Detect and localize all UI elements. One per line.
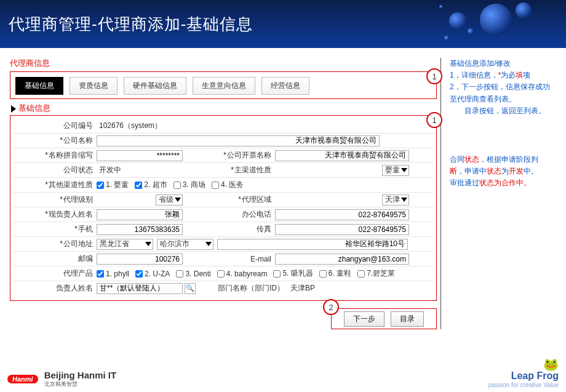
header: 代理商管理-代理商添加-基础信息 — [0, 0, 566, 48]
chevron-down-icon — [175, 198, 181, 202]
decor-dot — [444, 36, 449, 41]
chevron-down-icon — [401, 198, 407, 202]
checkbox-option[interactable]: 5. 吸乳器 — [273, 268, 313, 279]
tab-bar: 基础信息 资质信息 硬件基础信息 生意意向信息 经营信息 — [10, 72, 436, 98]
agent-area-select[interactable]: 天津 — [382, 194, 409, 206]
note-line: 目录按钮，返回至列表。 — [450, 105, 551, 117]
company-name: Beijing Hanmi IT北京韩美智慧 — [44, 370, 117, 388]
chevron-down-icon — [145, 242, 151, 246]
lbl-mainch: 主渠道性质 — [183, 165, 275, 175]
side-notes: 基础信息添加/修改 1，详细信息，*为必填项 2，下一步按钮，信息保存成功至代理… — [440, 58, 551, 329]
lbl-state: 公司状态 — [13, 165, 97, 175]
note-line: 审批通过状态为合作中。 — [450, 177, 551, 189]
office-phone-field[interactable] — [275, 209, 409, 220]
checkbox[interactable] — [273, 270, 281, 278]
tab-business[interactable]: 经营信息 — [261, 77, 309, 95]
checkbox[interactable] — [176, 270, 183, 278]
note-title: 基础信息添加/修改 — [450, 58, 551, 70]
search-icon[interactable]: 🔍 — [185, 283, 196, 294]
tab-box: 1 基础信息 资质信息 硬件基础信息 生意意向信息 经营信息 — [10, 71, 437, 99]
button-box: 2 下一步 目录 — [331, 308, 437, 329]
decor-dot — [439, 5, 443, 9]
note-line: 合同状态，根据申请阶段判断，申请中状态为开发中。 — [450, 154, 551, 177]
decor-dot — [516, 2, 532, 18]
checkbox-option[interactable]: 4. 医务 — [212, 180, 244, 190]
checkbox-option[interactable]: 3. 商场 — [173, 180, 205, 190]
tab-intention[interactable]: 生意意向信息 — [193, 77, 255, 95]
lbl-invoice: 公司开票名称 — [183, 150, 275, 161]
company-name-field[interactable] — [97, 135, 380, 146]
fax-field[interactable] — [275, 224, 409, 235]
person-field[interactable] — [97, 209, 183, 220]
addr-detail-field[interactable] — [217, 239, 408, 250]
lbl-pinyin: 名称拼音缩写 — [13, 150, 97, 161]
lbl-post: 邮编 — [13, 254, 97, 264]
invoice-field[interactable] — [275, 150, 409, 161]
arrow-icon — [11, 105, 16, 113]
note-line: 2，下一步按钮，信息保存成功至代理商查看列表。 — [450, 81, 551, 105]
addr-city-select[interactable]: 哈尔滨市 — [157, 239, 213, 250]
checkbox[interactable] — [135, 182, 142, 189]
chevron-down-icon — [205, 242, 212, 246]
form-title: 基础信息 — [11, 103, 437, 114]
next-button[interactable]: 下一步 — [344, 311, 385, 327]
checkbox[interactable] — [217, 270, 225, 278]
checkbox-option[interactable]: 1. 婴童 — [97, 180, 129, 190]
lbl-area: 代理区域 — [183, 194, 275, 205]
checkbox-label: 3. Denti — [185, 270, 210, 278]
checkbox-label: 2. U-ZA — [145, 270, 170, 278]
checkbox[interactable] — [357, 270, 365, 278]
checkbox-option[interactable]: 7.碧芝莱 — [357, 268, 395, 279]
lbl-level: 代理级别 — [13, 194, 97, 205]
hanmi-logo: Hanmi — [7, 375, 38, 383]
lbl-addr: 公司地址 — [13, 239, 97, 249]
note-line: 1，详细信息，*为必填项 — [450, 70, 551, 81]
checkbox[interactable] — [173, 182, 181, 189]
checkbox-label: 1. 婴童 — [106, 180, 129, 190]
tab-qualification[interactable]: 资质信息 — [70, 77, 118, 95]
checkbox-option[interactable]: 3. Denti — [176, 268, 210, 279]
checkbox-option[interactable]: 6. 童鞋 — [319, 268, 351, 279]
tab-basic[interactable]: 基础信息 — [15, 77, 63, 95]
checkbox-option[interactable]: 2. U-ZA — [135, 268, 170, 279]
product-group: 1. phyll2. U-ZA3. Denti4. babyream5. 吸乳器… — [97, 268, 401, 279]
agent-level-select[interactable]: 省级 — [156, 194, 183, 206]
checkbox-option[interactable]: 4. babyream — [217, 268, 268, 279]
resp-field[interactable] — [97, 283, 183, 294]
lbl-otherch: 其他渠道性质 — [13, 180, 97, 190]
lbl-fax: 传真 — [183, 224, 275, 234]
lbl-dept: 部门名称（部门ID） — [196, 283, 288, 294]
lbl-mobile: 手机 — [13, 224, 97, 234]
mobile-field[interactable] — [97, 224, 183, 235]
checkbox-label: 4. 医务 — [221, 180, 244, 190]
val-company-no: 102676（system） — [97, 121, 164, 131]
checkbox-label: 6. 童鞋 — [329, 268, 351, 279]
lbl-company-no: 公司编号 — [13, 121, 97, 131]
checkbox-option[interactable]: 1. phyll — [97, 268, 129, 279]
checkbox-label: 4. babyream — [226, 270, 268, 278]
addr-prov-select[interactable]: 黑龙江省 — [97, 239, 153, 250]
checkbox-label: 2. 超市 — [144, 180, 167, 190]
form-box: 1 公司编号 102676（system） 公司名称 名称拼音缩写 公司开票名称 — [10, 115, 437, 301]
checkbox-label: 7.碧芝莱 — [367, 268, 395, 279]
checkbox[interactable] — [97, 182, 104, 189]
checkbox-label: 3. 商场 — [183, 180, 205, 190]
list-button[interactable]: 目录 — [391, 311, 424, 327]
section-title: 代理商信息 — [10, 58, 437, 69]
marker-1: 1 — [426, 68, 442, 84]
decor-dot — [480, 4, 512, 36]
checkbox[interactable] — [135, 270, 143, 278]
checkbox-label: 1. phyll — [106, 270, 129, 278]
email-field[interactable] — [275, 254, 409, 265]
val-state: 开发中 — [97, 165, 183, 175]
postcode-field[interactable] — [97, 254, 183, 265]
checkbox[interactable] — [212, 182, 219, 189]
checkbox[interactable] — [319, 270, 327, 278]
checkbox-option[interactable]: 2. 超市 — [135, 180, 167, 190]
tab-hardware[interactable]: 硬件基础信息 — [124, 77, 186, 95]
checkbox[interactable] — [97, 270, 104, 278]
pinyin-field[interactable] — [97, 150, 183, 161]
other-channel-group: 1. 婴童2. 超市3. 商场4. 医务 — [97, 180, 250, 190]
main-channel-select[interactable]: 婴童 — [382, 165, 409, 176]
lbl-company-name: 公司名称 — [13, 135, 97, 146]
